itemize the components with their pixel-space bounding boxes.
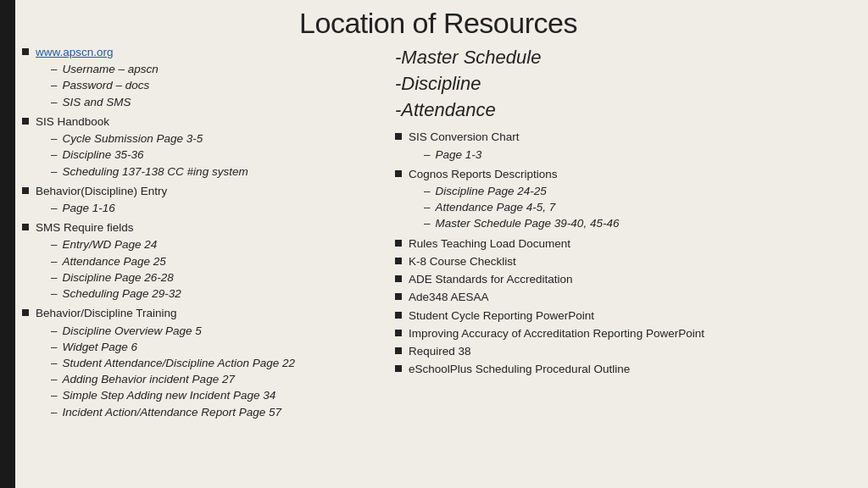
bullet-icon	[395, 365, 402, 372]
list-item: Cognos Reports Descriptions –Discipline …	[395, 167, 854, 234]
bullet-icon	[22, 309, 29, 316]
sub-list: –Discipline Overview Page 5 –Widget Page…	[51, 324, 295, 420]
sub-list: –Username – apscn –Password – docs –SIS …	[51, 62, 159, 110]
list-item: Improving Accuracy of Accreditation Repo…	[395, 326, 854, 341]
list-item: –Page 1-3	[424, 147, 520, 163]
bullet-icon	[22, 118, 29, 125]
two-col: www.apscn.org –Username – apscn –Passwor…	[22, 45, 854, 481]
sub-list: –Cycle Submission Page 3-5 –Discipline 3…	[51, 131, 248, 180]
list-item: –Discipline Overview Page 5	[51, 324, 295, 339]
list-item: –Student Attendance/Discipline Action Pa…	[51, 356, 295, 371]
list-item: Ade348 AESAA	[395, 290, 854, 305]
heading-attendance: -Attendance	[395, 97, 854, 124]
list-item: –Scheduling Page 29-32	[51, 286, 181, 302]
bullet-icon	[395, 258, 402, 264]
bullet-icon	[22, 48, 29, 55]
list-item: –Discipline Page 26-28	[51, 270, 181, 286]
list-item: –Master Schedule Page 39-40, 45-46	[424, 216, 619, 231]
list-item: SIS Handbook –Cycle Submission Page 3-5 …	[22, 114, 370, 181]
page-container: Location of Resources www.apscn.org –Use…	[0, 0, 868, 488]
list-item: –Adding Behavior incident Page 27	[51, 372, 295, 387]
list-item: Student Cycle Reporting PowerPoint	[395, 308, 854, 324]
list-item: –SIS and SMS	[51, 95, 159, 110]
apscn-link[interactable]: www.apscn.org	[36, 46, 114, 58]
full-layout: Location of Resources www.apscn.org –Use…	[15, 0, 868, 488]
bullet-icon	[395, 275, 402, 282]
sub-list: –Page 1-3	[424, 147, 520, 163]
bullet-icon	[395, 240, 402, 247]
sub-list: –Entry/WD Page 24 –Attendance Page 25 –D…	[51, 237, 181, 302]
bullet-icon	[395, 133, 402, 140]
bullet-icon	[395, 293, 402, 300]
heading-master-schedule: -Master Schedule	[395, 45, 854, 71]
list-item: Behavior/Discipline Training –Discipline…	[22, 306, 370, 422]
list-item: Behavior(Discipline) Entry –Page 1-16	[22, 184, 370, 218]
list-item: Rules Teaching Load Document	[395, 236, 854, 252]
list-item: eSchoolPlus Scheduling Procedural Outlin…	[395, 362, 854, 377]
list-item: –Entry/WD Page 24	[51, 237, 181, 252]
page-title: Location of Resources	[299, 7, 577, 39]
list-item: –Username – apscn	[51, 62, 159, 77]
bullet-icon	[22, 224, 29, 230]
title-row: Location of Resources	[22, 7, 854, 45]
sub-list: –Discipline Page 24-25 –Attendance Page …	[424, 184, 619, 232]
right-column: -Master Schedule -Discipline -Attendance…	[387, 45, 854, 481]
left-column: www.apscn.org –Username – apscn –Passwor…	[22, 45, 387, 481]
bullet-icon	[395, 312, 402, 319]
list-item: –Attendance Page 4-5, 7	[424, 200, 619, 215]
right-headings: -Master Schedule -Discipline -Attendance	[395, 45, 854, 123]
list-item: ADE Standards for Accreditation	[395, 272, 854, 287]
bullet-icon	[395, 330, 402, 336]
bullet-icon	[395, 347, 402, 354]
list-item: –Attendance Page 25	[51, 254, 181, 269]
list-item: SMS Require fields –Entry/WD Page 24 –At…	[22, 220, 370, 303]
list-item: –Page 1-16	[51, 201, 167, 216]
bullet-icon	[395, 170, 402, 177]
list-item: –Discipline 35-36	[51, 147, 248, 163]
list-item: –Discipline Page 24-25	[424, 184, 619, 199]
list-item: –Simple Step Adding new Incident Page 34	[51, 388, 295, 403]
bullet-icon	[22, 187, 29, 194]
list-item: –Scheduling 137-138 CC #ing system	[51, 164, 248, 180]
list-item: SIS Conversion Chart –Page 1-3	[395, 130, 854, 164]
list-item: –Widget Page 6	[51, 340, 295, 355]
list-item: –Password – docs	[51, 78, 159, 93]
list-item: –Cycle Submission Page 3-5	[51, 131, 248, 147]
list-item: –Incident Action/Attendance Report Page …	[51, 405, 295, 420]
sub-list: –Page 1-16	[51, 201, 167, 216]
list-item: K-8 Course Checklist	[395, 254, 854, 269]
left-list: www.apscn.org –Username – apscn –Passwor…	[22, 45, 370, 422]
list-item: www.apscn.org –Username – apscn –Passwor…	[22, 45, 370, 112]
right-list: SIS Conversion Chart –Page 1-3 Cognos Re…	[395, 130, 854, 377]
left-bar	[0, 0, 15, 488]
list-item: Required 38	[395, 344, 854, 359]
heading-discipline: -Discipline	[395, 71, 854, 97]
